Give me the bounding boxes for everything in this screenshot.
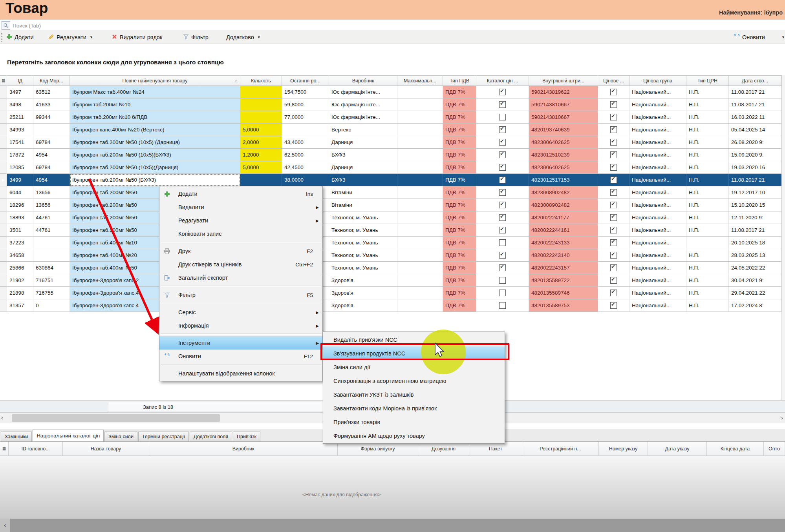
cell-max[interactable]: [397, 161, 443, 173]
catalog-checkbox[interactable]: [499, 302, 506, 309]
cell-barcode[interactable]: 5902143810667: [529, 98, 598, 111]
cell-code[interactable]: 99344: [33, 111, 70, 123]
cell-created-date[interactable]: 24.05.2022 22: [729, 262, 781, 274]
cell-last-price[interactable]: 154,7500: [282, 86, 329, 98]
toolbar-drag-handle[interactable]: [1, 33, 2, 42]
cell-price-group[interactable]: Національний...: [629, 86, 686, 98]
price-checkbox-cell[interactable]: [598, 111, 629, 123]
cell-crn-type[interactable]: [686, 237, 729, 249]
column-header[interactable]: Максимальн...: [397, 76, 443, 86]
cell-vat-type[interactable]: ПДВ 7%: [443, 111, 476, 123]
cell-name[interactable]: Ібупрофен таб.200мг №50 (БХФЗ): [70, 174, 240, 186]
row-indicator-cell[interactable]: [0, 287, 7, 299]
add-button[interactable]: Додати: [6, 31, 34, 44]
table-row-selected[interactable]: ▶34994954Ібупрофен таб.200мг №50 (БХФЗ)3…: [0, 174, 781, 186]
tab-inactive[interactable]: Терміни реєстрації: [138, 432, 189, 441]
cell-quantity[interactable]: 5,0000: [240, 161, 282, 173]
catalog-checkbox-cell[interactable]: [476, 136, 529, 148]
menu-item[interactable]: Редагувати▶: [159, 214, 322, 227]
cell-max[interactable]: [397, 174, 443, 186]
catalog-checkbox[interactable]: [499, 202, 506, 208]
grid-corner-header[interactable]: ≣: [0, 76, 7, 86]
submenu-item[interactable]: Завантажити УКЗТ із залишків: [323, 388, 505, 401]
menu-item[interactable]: ФільтрF5: [159, 288, 322, 302]
detail-column-header[interactable]: Реєстраційний н...: [522, 442, 599, 455]
price-checkbox-cell[interactable]: [598, 211, 629, 224]
cell-barcode[interactable]: 4823008902482: [529, 186, 598, 199]
cell-code[interactable]: 716751: [33, 274, 70, 286]
row-indicator-cell[interactable]: [0, 98, 7, 111]
menu-item[interactable]: ДрукF2: [159, 244, 322, 258]
search-input[interactable]: [12, 20, 779, 31]
refresh-button[interactable]: Оновити: [734, 31, 765, 44]
cell-vendor[interactable]: Юс фармація інте...: [329, 86, 397, 98]
cell-code[interactable]: 4954: [33, 149, 70, 161]
cell-vendor[interactable]: Вітаміни: [329, 186, 397, 199]
cell-created-date[interactable]: 11.08.2017 21: [729, 98, 781, 111]
cell-last-price[interactable]: 38,0000: [282, 174, 329, 186]
cell-created-date[interactable]: 15.09.2020 9:: [729, 149, 781, 161]
bottom-scrollbar[interactable]: ‹: [0, 519, 785, 532]
cell-price-group[interactable]: Національний...: [629, 186, 686, 199]
cell-barcode[interactable]: 4820022241177: [529, 211, 598, 224]
cell-id[interactable]: 3501: [7, 224, 33, 236]
catalog-checkbox-cell[interactable]: [476, 211, 529, 224]
price-checkbox-cell[interactable]: [598, 186, 629, 199]
row-indicator-cell[interactable]: [0, 111, 7, 123]
price-checkbox[interactable]: [610, 126, 617, 133]
catalog-checkbox-cell[interactable]: [476, 98, 529, 111]
cell-vat-type[interactable]: ПДВ 7%: [443, 149, 476, 161]
cell-id[interactable]: 25866: [7, 262, 33, 274]
table-row[interactable]: 21898716755Ібупрофен-Здоров'я капс.4Здор…: [0, 287, 781, 299]
row-indicator-cell[interactable]: [0, 299, 7, 312]
menu-item[interactable]: Сервіс▶: [159, 306, 322, 319]
detail-column-header[interactable]: Дата указу: [648, 442, 707, 455]
cell-id[interactable]: 21898: [7, 287, 33, 299]
cell-id[interactable]: 17872: [7, 149, 33, 161]
cell-quantity[interactable]: 2,0000: [240, 136, 282, 148]
row-indicator-cell[interactable]: [0, 124, 7, 136]
cell-quantity[interactable]: 1,2000: [240, 149, 282, 161]
cell-vendor[interactable]: Технолог, м. Умань: [329, 224, 397, 236]
table-row[interactable]: 25866630864Ібупрофен таб.400мг №50Технол…: [0, 262, 781, 274]
cell-code[interactable]: [33, 249, 70, 261]
cell-last-price[interactable]: [282, 124, 329, 136]
cell-id[interactable]: 31357: [7, 299, 33, 312]
cell-created-date[interactable]: 30.04.2021 9:: [729, 274, 781, 286]
cell-id[interactable]: 18296: [7, 199, 33, 211]
tab-inactive[interactable]: Зміна сили: [104, 432, 137, 441]
menu-item[interactable]: ДодатиIns: [159, 187, 322, 200]
cell-vat-type[interactable]: ПДВ 7%: [443, 249, 476, 261]
catalog-checkbox-cell[interactable]: [476, 149, 529, 161]
cell-name[interactable]: Ібупрофен таб.200мг №50 (10х5) (Дарниця): [70, 136, 240, 148]
cell-vendor[interactable]: Технолог, м. Умань: [329, 237, 397, 249]
submenu-item[interactable]: Синхронізація з асортиментною матрицею: [323, 374, 505, 388]
submenu-item[interactable]: Завантажити коди Моріона із прив'язок: [323, 401, 505, 415]
catalog-checkbox[interactable]: [499, 89, 506, 95]
cell-code[interactable]: 4954: [33, 174, 70, 186]
cell-name[interactable]: Ібупром Макс таб.400мг №24: [70, 86, 240, 98]
cell-barcode[interactable]: 4820022243157: [529, 262, 598, 274]
cell-max[interactable]: [397, 262, 443, 274]
table-row[interactable]: 21902716751Ібупрофен-Здоров'я капс.2Здор…: [0, 274, 781, 287]
price-checkbox[interactable]: [610, 177, 617, 183]
cell-vat-type[interactable]: ПДВ 7%: [443, 136, 476, 148]
price-checkbox[interactable]: [610, 227, 617, 233]
cell-max[interactable]: [397, 149, 443, 161]
cell-vat-type[interactable]: ПДВ 7%: [443, 262, 476, 274]
cell-created-date[interactable]: 12.11.2020 9:: [729, 211, 781, 224]
vertical-scrollbar[interactable]: [781, 75, 785, 400]
cell-price-group[interactable]: Національний...: [629, 111, 686, 123]
cell-max[interactable]: [397, 274, 443, 286]
price-checkbox-cell[interactable]: [598, 86, 629, 98]
cell-id[interactable]: 25211: [7, 111, 33, 123]
cell-last-price[interactable]: 62,5000: [282, 149, 329, 161]
cell-barcode[interactable]: 4820135589753: [529, 299, 598, 312]
catalog-checkbox[interactable]: [499, 101, 506, 108]
price-checkbox-cell[interactable]: [598, 161, 629, 173]
menu-item[interactable]: ОновитиF12: [159, 350, 322, 363]
price-checkbox[interactable]: [610, 202, 617, 208]
cell-barcode[interactable]: 4823012510239: [529, 149, 598, 161]
cell-price-group[interactable]: Національний...: [629, 98, 686, 111]
price-checkbox[interactable]: [610, 164, 617, 171]
